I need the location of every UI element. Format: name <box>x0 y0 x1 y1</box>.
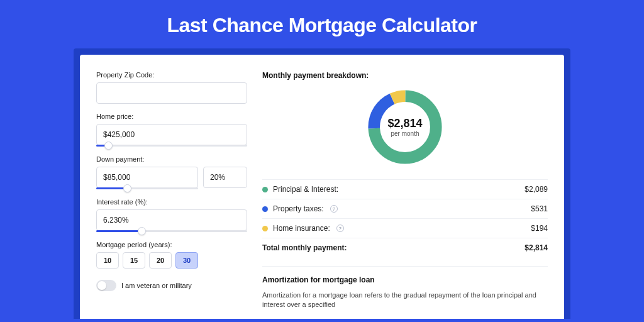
breakdown-value: $194 <box>531 224 548 233</box>
price-slider-thumb[interactable] <box>104 142 113 150</box>
rate-slider-thumb[interactable] <box>138 227 146 235</box>
zip-label: Property Zip Code: <box>96 71 247 79</box>
info-icon[interactable]: ? <box>336 225 344 232</box>
amortization-text: Amortization for a mortgage loan refers … <box>262 291 548 310</box>
donut-chart: $2,814 per month <box>364 86 446 168</box>
card-outer: Property Zip Code: Home price: Down paym… <box>74 48 570 319</box>
breakdown-label: Property taxes: <box>273 204 324 213</box>
period-btn-30[interactable]: 30 <box>175 252 198 269</box>
info-icon[interactable]: ? <box>330 205 338 213</box>
page-title: Last Chance Mortgage Calculator <box>0 0 644 48</box>
form-panel: Property Zip Code: Home price: Down paym… <box>96 71 247 319</box>
veteran-label: I am veteran or military <box>121 282 192 289</box>
breakdown-heading: Monthly payment breakdown: <box>262 71 548 80</box>
breakdown-value: $2,089 <box>525 185 548 194</box>
dot-icon <box>262 226 268 231</box>
rate-field: Interest rate (%): <box>96 198 247 232</box>
rate-slider[interactable] <box>96 230 247 232</box>
period-btn-10[interactable]: 10 <box>96 252 119 269</box>
amortization-section: Amortization for mortgage loan Amortizat… <box>262 266 548 310</box>
breakdown-row-taxes: Property taxes: ? $531 <box>262 199 548 218</box>
down-field: Down payment: <box>96 155 247 189</box>
period-options: 10 15 20 30 <box>96 252 247 269</box>
calculator-card: Property Zip Code: Home price: Down paym… <box>80 55 564 319</box>
down-input[interactable] <box>96 167 198 188</box>
period-btn-20[interactable]: 20 <box>149 252 172 269</box>
breakdown-label: Home insurance: <box>273 224 330 233</box>
breakdown-panel: Monthly payment breakdown: $2,814 per mo… <box>262 71 548 319</box>
down-slider[interactable] <box>96 187 198 189</box>
down-slider-thumb[interactable] <box>123 184 131 192</box>
price-label: Home price: <box>96 113 247 120</box>
breakdown-list: Principal & Interest: $2,089 Property ta… <box>262 179 548 257</box>
donut-center: $2,814 per month <box>364 86 446 168</box>
zip-field: Property Zip Code: <box>96 71 247 104</box>
rate-slider-fill <box>96 230 142 232</box>
down-pct-input[interactable] <box>203 167 247 188</box>
price-field: Home price: <box>96 113 247 147</box>
breakdown-total-value: $2,814 <box>525 243 548 252</box>
breakdown-row-insurance: Home insurance: ? $194 <box>262 218 548 238</box>
donut-sub: per month <box>391 130 419 137</box>
rate-label: Interest rate (%): <box>96 198 247 206</box>
dot-icon <box>262 187 268 192</box>
price-slider[interactable] <box>96 145 247 147</box>
veteran-toggle[interactable] <box>96 280 116 291</box>
period-field: Mortgage period (years): 10 15 20 30 <box>96 241 247 269</box>
period-label: Mortgage period (years): <box>96 241 247 248</box>
breakdown-label: Principal & Interest: <box>273 185 338 194</box>
donut-value: $2,814 <box>387 117 422 130</box>
zip-input[interactable] <box>96 82 247 104</box>
rate-input[interactable] <box>96 209 247 231</box>
donut-wrap: $2,814 per month <box>262 86 548 168</box>
breakdown-row-principal: Principal & Interest: $2,089 <box>262 179 548 199</box>
period-btn-15[interactable]: 15 <box>123 252 145 269</box>
breakdown-value: $531 <box>531 204 548 213</box>
price-input[interactable] <box>96 124 247 145</box>
veteran-row: I am veteran or military <box>96 280 247 291</box>
amortization-heading: Amortization for mortgage loan <box>262 275 548 284</box>
breakdown-row-total: Total monthly payment: $2,814 <box>262 238 548 257</box>
breakdown-total-label: Total monthly payment: <box>262 243 347 252</box>
down-label: Down payment: <box>96 155 247 163</box>
dot-icon <box>262 206 268 212</box>
down-slider-fill <box>96 187 127 189</box>
